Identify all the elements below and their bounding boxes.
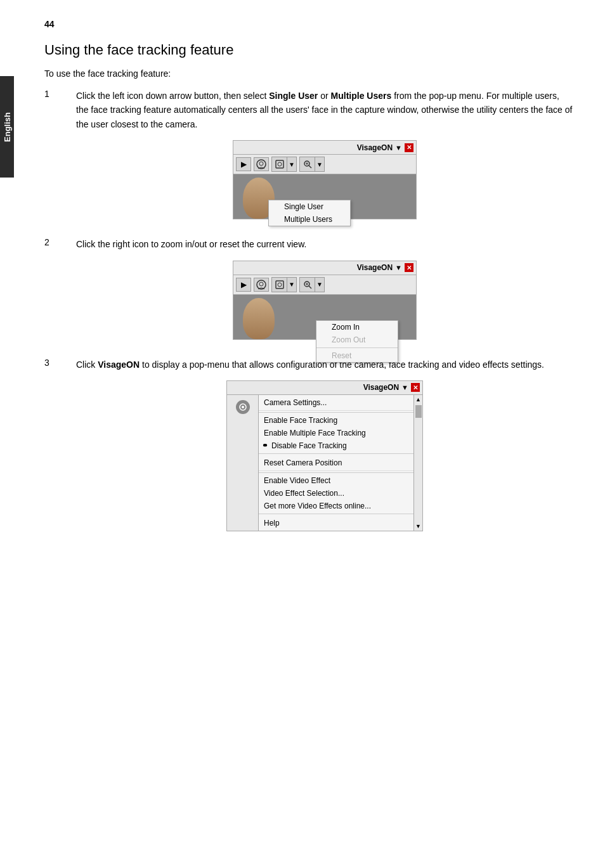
dropdown-menu-2: Zoom In Zoom Out Reset bbox=[316, 320, 398, 363]
zoom-in-item[interactable]: Zoom In bbox=[316, 321, 398, 334]
step-2-number: 2 bbox=[44, 237, 63, 339]
sep-3 bbox=[259, 472, 413, 473]
bullet-icon: ● bbox=[263, 441, 266, 448]
disable-face-tracking-label: Disable Face Tracking bbox=[271, 441, 347, 450]
help-item[interactable]: Help bbox=[259, 515, 413, 531]
toolbar-1: ▶ ▼ bbox=[233, 155, 416, 174]
left-settings-btn-1[interactable] bbox=[272, 157, 287, 171]
single-user-item[interactable]: Single User bbox=[269, 200, 350, 213]
close-btn-1[interactable]: ✕ bbox=[405, 143, 413, 152]
face-btn-2[interactable] bbox=[254, 278, 269, 292]
bold-multiple-users: Multiple Users bbox=[331, 91, 392, 101]
right-dropdown-btn-2[interactable]: ▼ bbox=[315, 278, 324, 292]
enable-video-effect-item[interactable]: Enable Video Effect bbox=[259, 474, 413, 487]
step-1-content: Click the left icon down arrow button, t… bbox=[76, 89, 573, 219]
toolbar-2: ▶ ▼ bbox=[233, 275, 416, 295]
multiple-users-item[interactable]: Multiple Users bbox=[269, 213, 350, 226]
left-panel-3 bbox=[227, 395, 259, 531]
titlebar-2: VisageON ▼ ✕ bbox=[233, 261, 416, 275]
screenshot-1-wrapper: VisageON ▼ ✕ ▶ ▼ bbox=[76, 140, 573, 219]
reset-camera-position-item[interactable]: Reset Camera Position bbox=[259, 455, 413, 471]
camera-settings-item[interactable]: Camera Settings... bbox=[259, 395, 413, 411]
right-dropdown-btn-1[interactable]: ▼ bbox=[315, 157, 324, 171]
page-number: 44 bbox=[44, 19, 573, 29]
reset-item: Reset bbox=[316, 349, 398, 362]
step-2: 2 Click the right icon to zoom in/out or… bbox=[44, 237, 573, 339]
right-zoom-btn-2[interactable] bbox=[300, 278, 315, 292]
bold-visageon: VisageON bbox=[98, 360, 140, 370]
video-dropdown-area-1: Single User Multiple Users bbox=[233, 174, 416, 219]
enable-face-tracking-item[interactable]: Enable Face Tracking bbox=[259, 414, 413, 427]
step-3: 3 Click VisageON to display a pop-menu t… bbox=[44, 358, 573, 531]
titlebar-3: VisageON ▼ ✕ bbox=[227, 381, 422, 395]
svg-rect-2 bbox=[276, 160, 283, 168]
step-2-content: Click the right icon to zoom in/out or r… bbox=[76, 237, 573, 339]
get-more-video-item[interactable]: Get more Video Effects online... bbox=[259, 500, 413, 512]
disable-face-tracking-item[interactable]: ● Disable Face Tracking bbox=[259, 439, 413, 452]
step-2-text: Click the right icon to zoom in/out or r… bbox=[76, 237, 573, 251]
right-icon-group-1: ▼ bbox=[299, 157, 325, 172]
svg-point-11 bbox=[278, 283, 282, 287]
left-dropdown-btn-2[interactable]: ▼ bbox=[287, 278, 296, 292]
left-settings-btn-2[interactable] bbox=[272, 278, 287, 292]
visageon-label-3[interactable]: VisageON bbox=[363, 383, 399, 392]
step-1: 1 Click the left icon down arrow button,… bbox=[44, 89, 573, 219]
screenshot-2: VisageON ▼ ✕ ▶ ▼ bbox=[233, 261, 417, 340]
sep-4 bbox=[259, 514, 413, 514]
screenshot-1: VisageON ▼ ✕ ▶ ▼ bbox=[233, 140, 417, 219]
svg-point-9 bbox=[259, 282, 263, 286]
face-btn-1[interactable] bbox=[254, 157, 269, 171]
separator-zoom bbox=[316, 347, 398, 348]
scrollbar-3[interactable]: ▲ ▼ bbox=[413, 395, 422, 531]
left-icon-group-2: ▼ bbox=[271, 277, 297, 292]
enable-multiple-face-tracking-item[interactable]: Enable Multiple Face Tracking bbox=[259, 427, 413, 439]
step-1-number: 1 bbox=[44, 89, 63, 219]
dropdown-arrow-2[interactable]: ▼ bbox=[395, 264, 402, 271]
page-title: Using the face tracking feature bbox=[44, 42, 573, 58]
camera-icon-3[interactable] bbox=[236, 400, 250, 414]
language-tab: English bbox=[0, 76, 14, 178]
body-area-3: Camera Settings... Enable Face Tracking … bbox=[227, 395, 422, 531]
svg-point-1 bbox=[259, 162, 263, 165]
video-effect-selection-item[interactable]: Video Effect Selection... bbox=[259, 487, 413, 500]
left-icon-group-1: ▼ bbox=[271, 157, 297, 172]
scroll-up-arrow[interactable]: ▲ bbox=[415, 396, 421, 403]
main-menu-3: Camera Settings... Enable Face Tracking … bbox=[259, 395, 413, 531]
right-icon-group-2: ▼ bbox=[299, 277, 325, 292]
left-dropdown-btn-1[interactable]: ▼ bbox=[287, 157, 296, 171]
zoom-out-item: Zoom Out bbox=[316, 334, 398, 346]
step-3-number: 3 bbox=[44, 358, 63, 531]
step-1-text: Click the left icon down arrow button, t… bbox=[76, 89, 573, 131]
svg-point-17 bbox=[242, 406, 244, 408]
play-btn-2[interactable]: ▶ bbox=[236, 278, 251, 292]
visageon-label-2[interactable]: VisageON bbox=[357, 263, 393, 272]
screenshot-3-wrapper: VisageON ▼ ✕ Camera Settin bbox=[76, 380, 573, 531]
svg-point-3 bbox=[278, 162, 282, 166]
step-3-content: Click VisageON to display a pop-menu tha… bbox=[76, 358, 573, 531]
close-btn-2[interactable]: ✕ bbox=[405, 263, 413, 272]
titlebar-1: VisageON ▼ ✕ bbox=[233, 141, 416, 155]
svg-rect-10 bbox=[276, 281, 283, 288]
video-dropdown-area-2: Zoom In Zoom Out Reset bbox=[233, 295, 416, 339]
visageon-label-1[interactable]: VisageON bbox=[357, 143, 393, 152]
play-btn-1[interactable]: ▶ bbox=[236, 157, 251, 171]
right-zoom-btn-1[interactable] bbox=[300, 157, 315, 171]
screenshot-3: VisageON ▼ ✕ Camera Settin bbox=[226, 380, 423, 531]
video-face-2 bbox=[243, 298, 275, 339]
bold-single-user: Single User bbox=[269, 91, 318, 101]
scroll-track bbox=[415, 403, 422, 523]
dropdown-arrow-1[interactable]: ▼ bbox=[395, 144, 402, 152]
sep-2 bbox=[259, 453, 413, 454]
scroll-thumb[interactable] bbox=[415, 405, 422, 418]
close-btn-3[interactable]: ✕ bbox=[411, 383, 420, 392]
language-label: English bbox=[3, 112, 12, 142]
screenshot-2-wrapper: VisageON ▼ ✕ ▶ ▼ bbox=[76, 261, 573, 340]
svg-line-5 bbox=[309, 165, 311, 168]
intro-text: To use the face tracking feature: bbox=[44, 68, 573, 79]
sep-1 bbox=[259, 412, 413, 413]
scroll-down-arrow[interactable]: ▼ bbox=[415, 523, 421, 529]
dropdown-arrow-3[interactable]: ▼ bbox=[401, 384, 408, 391]
svg-line-13 bbox=[309, 286, 311, 288]
dropdown-menu-1: Single User Multiple Users bbox=[268, 200, 351, 226]
